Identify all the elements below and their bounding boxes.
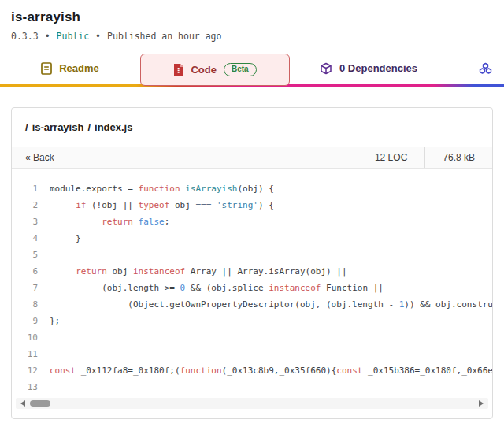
package-meta: 0.3.3 • Public • Published an hour ago (11, 31, 493, 42)
code-token: obj (107, 266, 133, 277)
back-button[interactable]: « Back (25, 152, 54, 163)
code-line: 6 return obj instanceof Array || Array.i… (12, 263, 492, 280)
line-number: 4 (12, 230, 50, 247)
code-token: Array || Array.isArray(obj) || (185, 266, 346, 277)
code-token: Function || (321, 283, 383, 293)
code-line: 9}; (12, 313, 492, 329)
visibility-badge: Public (57, 31, 90, 42)
code-token (50, 266, 76, 277)
meta-separator: • (95, 31, 101, 42)
code-file-icon (173, 64, 183, 76)
line-number: 6 (12, 263, 50, 280)
code-token: }; (50, 316, 60, 326)
tab-code[interactable]: Code Beta (140, 54, 290, 86)
scroll-left-arrow[interactable] (20, 400, 25, 407)
line-number: 12 (12, 362, 50, 379)
code-token (211, 200, 217, 210)
code-token: false (139, 217, 165, 227)
code-token (133, 217, 139, 227)
code-line: 8 (Object.getOwnPropertyDescriptor(obj, … (12, 296, 492, 313)
filesize-stat: 76.8 kB (425, 147, 492, 168)
code-token: function (139, 184, 186, 194)
code-line: 12const _0x112fa8=_0x180f;(function(_0x1… (12, 362, 492, 379)
code-token: (Object.getOwnPropertyDescriptor(obj, (o… (50, 299, 399, 310)
code-token: _0x112fa8=_0x180f;( (76, 366, 180, 376)
code-token: ) { (258, 200, 274, 210)
tab-code-label: Code (191, 64, 217, 76)
breadcrumb-file: index.js (94, 121, 132, 133)
code-token: _0x15b386=_0x180f,_0x66ea25=_0x13c8b9(); (362, 366, 492, 376)
line-number: 3 (12, 214, 50, 230)
breadcrumb-package[interactable]: is-arrayish (32, 121, 84, 133)
tab-readme-label: Readme (59, 62, 99, 74)
code-line: 1module.exports = function isArrayish(ob… (12, 180, 492, 197)
file-toolbar: « Back 12 LOC 76.8 kB (12, 147, 492, 169)
published-time: Published an hour ago (107, 31, 221, 42)
line-number: 13 (12, 379, 50, 395)
breadcrumb-slash: / (87, 121, 91, 133)
code-line: 2 if (!obj || typeof obj === 'string') { (12, 197, 492, 214)
tab-readme[interactable]: Readme (0, 52, 140, 84)
tab-bar: Readme Code Beta 0 Dependencies (0, 52, 504, 87)
line-number: 11 (12, 346, 50, 362)
code-viewer: 1module.exports = function isArrayish(ob… (12, 169, 492, 396)
code-token: (_0x13c8b9,_0x35f660){ (222, 366, 337, 376)
scrollbar-thumb[interactable] (30, 400, 50, 407)
page-title: is-arrayish (11, 9, 493, 25)
loc-stat: 12 LOC (358, 147, 424, 168)
line-number: 7 (12, 280, 50, 296)
line-number: 5 (12, 247, 50, 263)
tab-dependents[interactable] (479, 52, 504, 84)
breadcrumb-slash: / (25, 121, 28, 133)
tab-dependencies[interactable]: 0 Dependencies (290, 52, 447, 84)
code-line: 4 } (12, 230, 492, 247)
code-line: 3 return false; (12, 214, 492, 230)
line-number: 9 (12, 313, 50, 329)
code-token: (obj) { (237, 184, 273, 194)
code-token: === (195, 200, 211, 210)
code-token: return (102, 217, 133, 227)
code-token: ; (165, 217, 170, 227)
code-token: typeof (139, 200, 170, 210)
code-token: instanceof (269, 283, 321, 293)
code-token: return (76, 266, 107, 277)
meta-separator: • (45, 31, 50, 42)
file-viewer-card: / is-arrayish / index.js « Back 12 LOC 7… (11, 107, 493, 419)
code-token: module.exports = (50, 184, 139, 194)
code-line: 7 (obj.length >= 0 && (obj.splice instan… (12, 280, 492, 296)
code-token (50, 217, 102, 227)
dependents-cubes-icon (479, 62, 492, 75)
readme-doc-icon (41, 62, 52, 75)
code-line: 11 (12, 346, 492, 362)
breadcrumb: / is-arrayish / index.js (12, 108, 492, 147)
code-line: 5 (12, 247, 492, 263)
line-number: 2 (12, 197, 50, 214)
code-token: obj (169, 200, 195, 210)
code-token: (!obj || (86, 200, 138, 210)
dependencies-cube-icon (320, 62, 332, 75)
line-number: 8 (12, 296, 50, 313)
package-header: is-arrayish 0.3.3 • Public • Published a… (0, 0, 504, 42)
tab-dependencies-label: 0 Dependencies (339, 62, 417, 74)
code-line: 13 (12, 379, 492, 395)
code-token: function (180, 366, 222, 376)
code-token: if (76, 200, 86, 210)
scroll-right-arrow[interactable] (479, 400, 484, 407)
horizontal-scrollbar[interactable] (16, 398, 488, 409)
line-number: 1 (12, 180, 50, 197)
beta-badge: Beta (224, 63, 257, 77)
code-token: (obj.length >= (50, 283, 180, 293)
code-token: const (336, 366, 362, 376)
line-number: 10 (12, 329, 50, 346)
code-token (50, 200, 76, 210)
code-token: )) && obj.constructor.name !== (404, 299, 492, 310)
package-version: 0.3.3 (11, 31, 39, 42)
code-token: instanceof (133, 266, 185, 277)
code-token: && (obj.splice (185, 283, 269, 293)
code-token: isArrayish (185, 184, 237, 194)
code-token: const (50, 366, 76, 376)
code-token: } (50, 233, 81, 243)
code-line: 10 (12, 329, 492, 346)
code-token: 'string' (217, 200, 258, 210)
